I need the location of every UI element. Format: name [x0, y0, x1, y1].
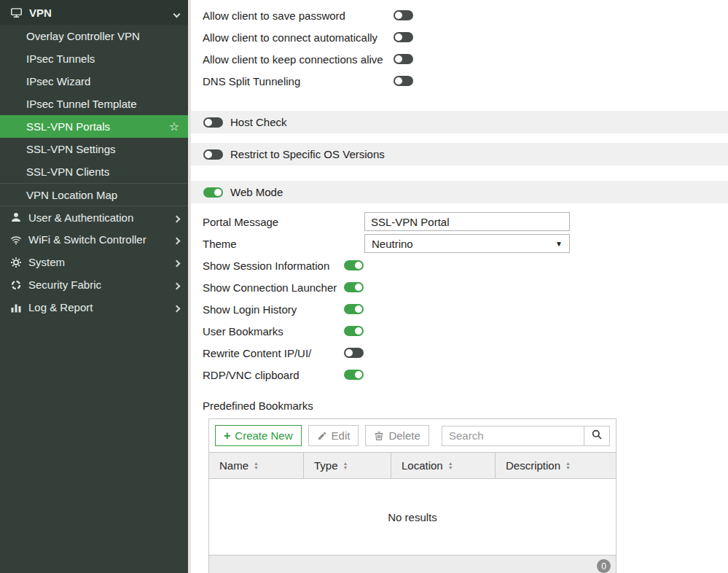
sidebar-item-label: SSL-VPN Settings	[26, 143, 116, 155]
restrict-os-toggle[interactable]	[203, 149, 223, 160]
column-label: Description	[506, 459, 560, 472]
section-bar-web-mode: Web Mode	[191, 181, 728, 203]
sidebar-item-vpn[interactable]: VPN	[0, 0, 188, 25]
show-session-information-toggle[interactable]	[344, 260, 364, 270]
bookmarks-table: + Create New Edit Delete	[208, 418, 617, 573]
sidebar-item-security-fabric[interactable]: Security Fabric	[0, 273, 188, 296]
allow-client-to-keep-connections-alive-toggle[interactable]	[394, 54, 413, 64]
bookmarks-table-body: No results	[209, 479, 616, 555]
fabric-icon	[9, 279, 23, 291]
sidebar-item-label: Overlay Controller VPN	[26, 30, 140, 42]
sidebar-item-label: SSL-VPN Clients	[26, 165, 109, 178]
search-button[interactable]	[584, 426, 610, 446]
edit-button[interactable]: Edit	[308, 425, 359, 446]
wifi-icon	[9, 234, 23, 246]
sidebar-item-ssl-vpn-portals[interactable]: SSL-VPN Portals☆	[0, 115, 188, 138]
create-new-label: Create New	[235, 429, 292, 442]
theme-row: Theme Neutrino ▼	[191, 233, 728, 254]
host-check-toggle[interactable]	[203, 117, 223, 128]
user-icon	[9, 211, 23, 223]
sidebar-item-log-report[interactable]: Log & Report	[0, 296, 188, 319]
sidebar-item-label: VPN Location Map	[26, 189, 117, 201]
chevron-down-icon	[174, 7, 179, 19]
plus-icon: +	[224, 430, 230, 442]
setting-label: RDP/VNC clipboard	[203, 369, 344, 381]
theme-selected-value: Neutrino	[372, 238, 413, 250]
rewrite-content-ip-ui-toggle[interactable]	[344, 348, 364, 358]
row-count-badge: 0	[597, 559, 611, 573]
setting-label: Rewrite Content IP/UI/	[203, 347, 344, 359]
setting-label: DNS Split Tunneling	[203, 75, 394, 87]
sidebar-item-ipsec-wizard[interactable]: IPsec Wizard	[0, 70, 188, 93]
sidebar-item-vpn-location-map[interactable]: VPN Location Map	[0, 183, 188, 206]
gear-icon	[9, 257, 23, 268]
star-icon[interactable]: ☆	[169, 120, 179, 133]
setting-label: Allow client to connect automatically	[203, 31, 394, 44]
theme-select[interactable]: Neutrino ▼	[364, 234, 570, 253]
sort-icon: ▲▼	[448, 461, 453, 470]
setting-row-show-login-history: Show Login History	[191, 298, 728, 320]
sidebar-item-label: IPsec Wizard	[26, 75, 90, 87]
portal-message-label: Portal Message	[203, 216, 364, 228]
dns-split-tunneling-toggle[interactable]	[394, 76, 413, 86]
allow-client-to-connect-automatically-toggle[interactable]	[394, 32, 413, 42]
vpn-monitor-icon	[9, 7, 23, 19]
sidebar-item-ssl-vpn-settings[interactable]: SSL-VPN Settings	[0, 138, 188, 160]
setting-row-allow-client-to-save-password: Allow client to save password	[191, 4, 728, 26]
search-group	[442, 426, 610, 446]
setting-label: Show Connection Launcher	[203, 281, 344, 294]
sidebar-item-ipsec-tunnels[interactable]: IPsec Tunnels	[0, 47, 188, 70]
sidebar-section-label: VPN	[29, 7, 52, 19]
setting-row-allow-client-to-keep-connections-alive: Allow client to keep connections alive	[191, 48, 728, 70]
bookmarks-table-footer: 0	[209, 555, 616, 573]
sidebar-item-ipsec-tunnel-template[interactable]: IPsec Tunnel Template	[0, 93, 188, 115]
column-header-name[interactable]: Name▲▼	[209, 453, 303, 478]
column-header-type[interactable]: Type▲▼	[303, 453, 391, 478]
column-label: Name	[219, 459, 248, 472]
sidebar-item-label: SSL-VPN Portals	[26, 120, 110, 133]
setting-row-show-session-information: Show Session Information	[191, 254, 728, 276]
sort-icon: ▲▼	[343, 461, 348, 470]
user-bookmarks-toggle[interactable]	[344, 326, 364, 336]
client-options-group: Allow client to save passwordAllow clien…	[191, 4, 728, 92]
sidebar-item-label: Log & Report	[28, 301, 93, 313]
create-new-button[interactable]: + Create New	[215, 425, 302, 446]
section-bar-host-check: Host Check	[191, 111, 728, 133]
search-icon	[591, 429, 603, 443]
search-input[interactable]	[442, 426, 584, 446]
pencil-icon	[317, 431, 327, 441]
sidebar-item-label: Security Fabric	[28, 278, 101, 291]
column-header-location[interactable]: Location▲▼	[391, 453, 495, 478]
web-mode-toggle[interactable]	[203, 187, 223, 198]
setting-label: Allow client to save password	[203, 9, 394, 22]
sidebar-item-wifi-switch-controller[interactable]: WiFi & Switch Controller	[0, 228, 188, 251]
section-label: Web Mode	[230, 186, 283, 198]
sidebar-menu: User & AuthenticationWiFi & Switch Contr…	[0, 206, 188, 319]
column-header-description[interactable]: Description▲▼	[495, 453, 616, 478]
show-login-history-toggle[interactable]	[344, 304, 364, 314]
setting-row-show-connection-launcher: Show Connection Launcher	[191, 276, 728, 298]
empty-message: No results	[388, 511, 437, 523]
section-bar-restrict-os: Restrict to Specific OS Versions	[191, 143, 728, 165]
setting-row-allow-client-to-connect-automatically: Allow client to connect automatically	[191, 26, 728, 48]
setting-row-rdp-vnc-clipboard: RDP/VNC clipboard	[191, 364, 728, 386]
delete-button[interactable]: Delete	[365, 425, 428, 446]
portal-message-input[interactable]	[364, 212, 570, 231]
section-label: Restrict to Specific OS Versions	[230, 148, 385, 160]
chevron-right-icon	[174, 233, 179, 246]
sidebar-scrollbar[interactable]	[188, 0, 191, 573]
sort-icon: ▲▼	[565, 461, 571, 470]
web-mode-form: Portal Message Theme Neutrino ▼ Show Ses…	[191, 211, 728, 386]
sidebar-item-user-authentication[interactable]: User & Authentication	[0, 206, 188, 228]
chevron-right-icon	[174, 211, 179, 224]
sidebar-item-overlay-controller-vpn[interactable]: Overlay Controller VPN	[0, 25, 188, 47]
sidebar-item-system[interactable]: System	[0, 251, 188, 273]
setting-label: User Bookmarks	[203, 325, 344, 338]
sidebar-item-label: WiFi & Switch Controller	[28, 233, 146, 246]
rdp-vnc-clipboard-toggle[interactable]	[344, 370, 364, 380]
sidebar-item-ssl-vpn-clients[interactable]: SSL-VPN Clients	[0, 160, 188, 183]
allow-client-to-save-password-toggle[interactable]	[394, 10, 413, 20]
show-connection-launcher-toggle[interactable]	[344, 282, 364, 292]
setting-row-user-bookmarks: User Bookmarks	[191, 320, 728, 342]
setting-row-rewrite-content-ip-ui: Rewrite Content IP/UI/	[191, 342, 728, 364]
